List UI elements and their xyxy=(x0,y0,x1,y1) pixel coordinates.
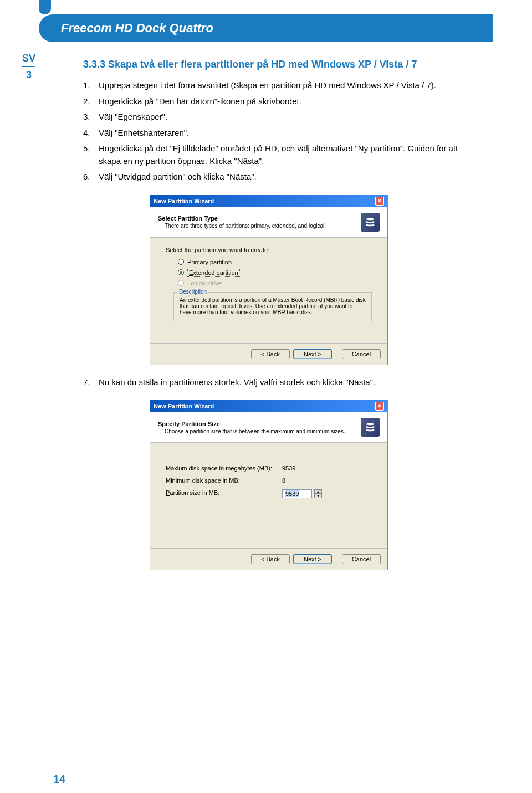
step-item: 5.Högerklicka på det "Ej tilldelade" omr… xyxy=(83,142,482,167)
section-heading: 3.3.3 Skapa två eller flera partitioner … xyxy=(83,59,482,70)
step-item: 1.Upprepa stegen i det förra avsnittet (… xyxy=(83,79,482,92)
step-item: 6.Välj "Utvidgad partition" och klicka "… xyxy=(83,171,482,183)
description-fieldset: Description An extended partition is a p… xyxy=(173,292,372,321)
radio-label-rest: xtended partition xyxy=(193,269,238,276)
document-title: Freecom HD Dock Quattro xyxy=(61,21,213,35)
description-text: An extended partition is a portion of a … xyxy=(180,297,366,315)
min-size-value: 8 xyxy=(282,477,315,484)
back-button[interactable]: < Back xyxy=(251,349,290,359)
wizard-header-title: Specify Partition Size xyxy=(158,421,220,427)
wizard-header-sub: Choose a partition size that is between … xyxy=(165,428,345,434)
cancel-button[interactable]: Cancel xyxy=(342,349,381,359)
wizard-body: Select the partition you want to create:… xyxy=(150,238,387,343)
spinner-down-icon[interactable]: ▼ xyxy=(314,494,322,498)
partition-size-row: Partition size in MB: 9539 ▲ ▼ xyxy=(166,489,372,498)
radio-extended-partition[interactable]: Extended partition xyxy=(178,269,372,277)
wizard-titlebar: New Partition Wizard × xyxy=(150,195,387,207)
wizard-header-title: Select Partition Type xyxy=(158,215,218,222)
max-size-label: Maxium disk space in megabytes (MB): xyxy=(166,465,282,472)
partition-size-value: 9539 xyxy=(285,490,299,497)
radio-label-rest: rimary partition xyxy=(191,259,232,265)
next-button[interactable]: Next > xyxy=(293,349,332,359)
wizard-title-text: New Partition Wizard xyxy=(154,403,214,410)
wizard-lead-text: Select the partition you want to create: xyxy=(166,247,372,253)
wizard-titlebar: New Partition Wizard × xyxy=(150,400,387,412)
wizard-body: Maxium disk space in megabytes (MB): 953… xyxy=(150,443,387,548)
wizard-1-container: New Partition Wizard × Select Partition … xyxy=(150,195,482,365)
disk-icon xyxy=(361,213,380,232)
steps-list: 1.Upprepa stegen i det förra avsnittet (… xyxy=(83,79,482,183)
radio-label-rest: ogical drive xyxy=(191,280,222,286)
disk-icon xyxy=(361,418,380,437)
step-7: 7.Nu kan du ställa in partitionens storl… xyxy=(83,376,482,389)
cancel-button[interactable]: Cancel xyxy=(342,554,381,564)
side-label: SV 3 xyxy=(22,53,35,81)
spinner-up-icon[interactable]: ▲ xyxy=(314,489,322,494)
content-area: 3.3.3 Skapa två eller flera partitioner … xyxy=(83,59,482,570)
document-header: Freecom HD Dock Quattro xyxy=(39,14,493,42)
partition-type-wizard: New Partition Wizard × Select Partition … xyxy=(150,195,388,365)
close-icon[interactable]: × xyxy=(375,197,384,206)
radio-primary-partition[interactable]: Primary partition xyxy=(178,259,372,265)
min-size-label: Minimum disk space in MB: xyxy=(166,477,282,484)
close-icon[interactable]: × xyxy=(375,402,384,411)
partition-size-label: Partition size in MB: xyxy=(166,489,282,498)
step-item: 7.Nu kan du ställa in partitionens storl… xyxy=(83,376,482,389)
wizard-footer: < Back Next > Cancel xyxy=(150,343,387,365)
radio-logical-drive: Logical drive xyxy=(178,280,372,286)
min-size-row: Minimum disk space in MB: 8 xyxy=(166,477,372,484)
back-button[interactable]: < Back xyxy=(251,554,290,564)
wizard-header: Select Partition Type There are three ty… xyxy=(150,207,387,238)
wizard-footer: < Back Next > Cancel xyxy=(150,548,387,570)
wizard-header-sub: There are three types of partitions: pri… xyxy=(165,223,326,229)
step-item: 3.Välj "Egenskaper". xyxy=(83,111,482,124)
header-tab xyxy=(39,0,51,14)
max-size-value: 9539 xyxy=(282,465,315,472)
step-item: 4.Välj "Enhetshanteraren". xyxy=(83,127,482,140)
description-legend: Description xyxy=(177,289,208,295)
next-button[interactable]: Next > xyxy=(293,554,332,564)
wizard-header: Specify Partition Size Choose a partitio… xyxy=(150,412,387,443)
chapter-number: 3 xyxy=(22,69,35,81)
wizard-2-container: New Partition Wizard × Specify Partition… xyxy=(150,400,482,570)
wizard-title-text: New Partition Wizard xyxy=(154,198,214,204)
step-item: 2.Högerklicka på "Den här datorn"-ikonen… xyxy=(83,95,482,108)
partition-size-input[interactable]: 9539 ▲ ▼ xyxy=(282,489,322,498)
language-code: SV xyxy=(22,53,35,64)
partition-size-wizard: New Partition Wizard × Specify Partition… xyxy=(150,400,388,570)
max-size-row: Maxium disk space in megabytes (MB): 953… xyxy=(166,465,372,472)
